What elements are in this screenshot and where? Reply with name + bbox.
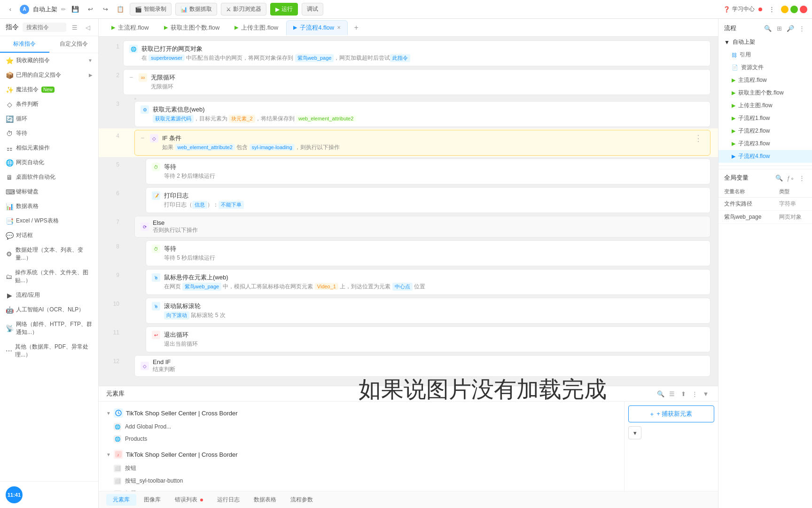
vars-fn-button[interactable]: ƒ∘ bbox=[786, 173, 795, 183]
tab-close-button[interactable]: ✕ bbox=[337, 25, 341, 30]
more-elements-button[interactable]: ⋮ bbox=[690, 389, 699, 398]
vars-search-button[interactable]: 🔍 bbox=[774, 173, 784, 183]
tree-item-fetch-count[interactable]: ▶ 获取主图个数.flow bbox=[718, 87, 812, 99]
tab-upload-main[interactable]: ▶ 上传主图.flow bbox=[227, 20, 285, 35]
tab-fetch-count[interactable]: ▶ 获取主图个数.flow bbox=[157, 20, 227, 35]
tree-item-label: 引用 bbox=[740, 51, 751, 59]
tree-item-sub3[interactable]: ▶ 子流程3.flow bbox=[718, 137, 812, 150]
tree-item-main-flow[interactable]: ▶ 主流程.flow bbox=[718, 74, 812, 87]
maximize-button[interactable] bbox=[790, 6, 798, 13]
flow-panel-search2-button[interactable]: 🔎 bbox=[786, 24, 795, 33]
data-fetch-button[interactable]: 📊 数据抓取 bbox=[175, 3, 217, 16]
capture-new-element-button[interactable]: + + 捕获新元素 bbox=[628, 405, 714, 422]
capture-dropdown-button[interactable]: ▾ bbox=[628, 426, 641, 439]
save-button[interactable]: 💾 bbox=[70, 4, 81, 15]
sidebar-item-keyboard[interactable]: ⌨ 键标键盘 bbox=[0, 184, 98, 199]
back-button[interactable]: ‹ bbox=[5, 4, 16, 15]
flow-panel-grid-button[interactable]: ⊞ bbox=[774, 24, 784, 33]
lib-item-button[interactable]: ⬜ 按钮 bbox=[99, 462, 624, 475]
sidebar-item-web-auto[interactable]: 🌐 网页自动化 bbox=[0, 155, 98, 170]
more-options-button[interactable]: ⋮ bbox=[766, 4, 777, 15]
sidebar-item-loop[interactable]: 🔄 循环 bbox=[0, 111, 98, 126]
sidebar-item-data-table[interactable]: 📊 数据表格 bbox=[0, 199, 98, 214]
tree-item-sub4[interactable]: ▶ 子流程4.flow bbox=[718, 150, 812, 163]
sidebar-item-data-process[interactable]: ⚙ 数据处理（文本、列表、变量...） bbox=[0, 243, 98, 265]
learn-center-button[interactable]: ❓ 学习中心 bbox=[723, 5, 755, 13]
sidebar-item-dialog[interactable]: 💬 对话框 bbox=[0, 228, 98, 243]
collapse-bottom-button[interactable]: ▼ bbox=[701, 389, 710, 398]
center-area: ▶ 主流程.flow ▶ 获取主图个数.flow ▶ 上传主图.flow ▶ 子… bbox=[99, 19, 718, 508]
tab-main-flow[interactable]: ▶ 主流程.flow bbox=[104, 20, 156, 35]
bottom-tab-run-log[interactable]: 运行日志 bbox=[211, 494, 246, 506]
vars-more-button[interactable]: ⋮ bbox=[797, 173, 806, 183]
run-button[interactable]: ▶ 运行 bbox=[270, 3, 298, 16]
sidebar-item-excel[interactable]: 📑 Excel / WPS表格 bbox=[0, 214, 98, 228]
flow-panel-more-button[interactable]: ⋮ bbox=[797, 24, 806, 33]
step-5-icon: ⏱ bbox=[152, 163, 160, 171]
test-button[interactable]: 调试 bbox=[302, 3, 323, 16]
collapse-4-button[interactable]: − bbox=[141, 134, 144, 142]
blade-browser-button[interactable]: ⚔ 影刃浏览器 bbox=[221, 3, 266, 16]
sort-elements-button[interactable]: ☰ bbox=[667, 389, 677, 398]
lib-item-products[interactable]: 🌐 Products bbox=[99, 433, 624, 445]
close-button[interactable] bbox=[800, 6, 807, 13]
sidebar-item-network[interactable]: 📡 网络（邮件、HTTP、FTP、群通知...） bbox=[0, 317, 98, 340]
vars-row-2[interactable]: 紫鸟web_page 网页对象 bbox=[718, 211, 812, 224]
upload-elements-button[interactable]: ⬆ bbox=[679, 389, 688, 398]
sidebar-item-custom[interactable]: 📦 已用的自定义指令 ▶ bbox=[0, 68, 98, 82]
notification-dot[interactable] bbox=[758, 8, 762, 11]
search-box[interactable] bbox=[23, 23, 66, 32]
tab-sub-flow4[interactable]: ▶ 子流程4.flow ✕ bbox=[286, 20, 348, 35]
bottom-tab-element-lib[interactable]: 元素库 bbox=[106, 494, 136, 506]
tree-item-label: 资源文件 bbox=[741, 64, 764, 71]
tree-item-resources[interactable]: 📄 资源文件 bbox=[718, 61, 812, 74]
flow-panel-search-button[interactable]: 🔍 bbox=[763, 24, 773, 33]
step-4-more-button[interactable]: ⋮ bbox=[692, 134, 704, 143]
collapse-2-button[interactable]: − bbox=[129, 73, 133, 81]
tree-item-auto-shelf[interactable]: ▼ 自动上架 bbox=[718, 36, 812, 48]
sidebar-item-wait[interactable]: ⏱ 等待 bbox=[0, 126, 98, 141]
vars-row-1[interactable]: 文件实路径 字符串 bbox=[718, 198, 812, 211]
undo-button[interactable]: ↩ bbox=[85, 4, 96, 15]
tree-item-upload-main[interactable]: ▶ 上传主图.flow bbox=[718, 99, 812, 112]
bottom-panel: 元素库 🔍 ☰ ⬆ ⋮ ▼ ▼ bbox=[99, 386, 718, 508]
sidebar-item-favorites[interactable]: ⭐ 我收藏的指令 ▼ bbox=[0, 53, 98, 68]
flow-step-12: 12 ◇ End IF 结束判断 bbox=[99, 354, 718, 384]
lib-group-2-header[interactable]: ▼ ♪ TikTok Shop Seller Center | Cross Bo… bbox=[99, 447, 624, 462]
search-input[interactable] bbox=[26, 24, 62, 31]
tree-item-reference[interactable]: ⛓ 引用 bbox=[718, 48, 812, 61]
edit-icon[interactable]: ✏ bbox=[61, 6, 66, 13]
sidebar-sort-button[interactable]: ☰ bbox=[70, 23, 79, 32]
add-tab-button[interactable]: + bbox=[351, 22, 362, 33]
sidebar-collapse-button[interactable]: ◁ bbox=[83, 23, 93, 32]
sidebar-item-os[interactable]: 🗂 操作系统（文件、文件夹、图贴...） bbox=[0, 265, 98, 288]
sidebar-item-element-ops[interactable]: ⚏ 相似元素操作 bbox=[0, 141, 98, 155]
bottom-tab-error-list[interactable]: 错误列表 bbox=[168, 494, 210, 506]
lib-item-button-toolbar[interactable]: ⬜ 按钮_syl-toolbar-button bbox=[99, 475, 624, 487]
copy-button[interactable]: 📋 bbox=[115, 4, 126, 15]
sidebar-item-other[interactable]: ⋯ 其他（数据库、PDF、异常处理...） bbox=[0, 340, 98, 362]
sidebar-item-condition[interactable]: ◇ 条件判断 bbox=[0, 97, 98, 111]
smart-record-button[interactable]: 🎬 智能录制 bbox=[130, 3, 172, 16]
sidebar-item-magic[interactable]: ✨ 魔法指令 New bbox=[0, 82, 98, 97]
tab-standard[interactable]: 标准指令 bbox=[0, 36, 49, 53]
bottom-tab-image-lib[interactable]: 图像库 bbox=[137, 494, 167, 506]
lib-group-1-header[interactable]: ▼ TikTok Shop Seller Center | Cross Bord… bbox=[99, 405, 624, 421]
lib-item-icon: ⬜ bbox=[114, 477, 121, 485]
redo-button[interactable]: ↪ bbox=[100, 4, 111, 15]
bottom-header: 元素库 🔍 ☰ ⬆ ⋮ ▼ bbox=[99, 386, 718, 402]
tree-item-sub1[interactable]: ▶ 子流程1.flow bbox=[718, 112, 812, 125]
sidebar-item-desktop-auto[interactable]: 🖥 桌面软件自动化 bbox=[0, 170, 98, 184]
sidebar-item-ai[interactable]: 🤖 人工智能AI（OCR、NLP） bbox=[0, 302, 98, 317]
search-elements-button[interactable]: 🔍 bbox=[656, 389, 665, 398]
sidebar-item-flow-app[interactable]: ▶ 流程/应用 bbox=[0, 288, 98, 302]
step-5-desc: 等待 2 秒后继续运行 bbox=[164, 172, 704, 180]
bottom-tab-flow-params[interactable]: 流程参数 bbox=[284, 494, 320, 506]
lib-item-heading[interactable]: ⬜ 标题 bbox=[99, 487, 624, 491]
lib-item-add-global[interactable]: 🌐 Add Global Prod... bbox=[99, 421, 624, 433]
bottom-tab-data-table[interactable]: 数据表格 bbox=[247, 494, 283, 506]
step-1-title: 获取已打开的网页对象 bbox=[141, 45, 704, 53]
tab-custom[interactable]: 自定义指令 bbox=[49, 36, 99, 53]
tree-item-sub2[interactable]: ▶ 子流程2.flow bbox=[718, 125, 812, 137]
minimize-button[interactable] bbox=[781, 6, 789, 13]
